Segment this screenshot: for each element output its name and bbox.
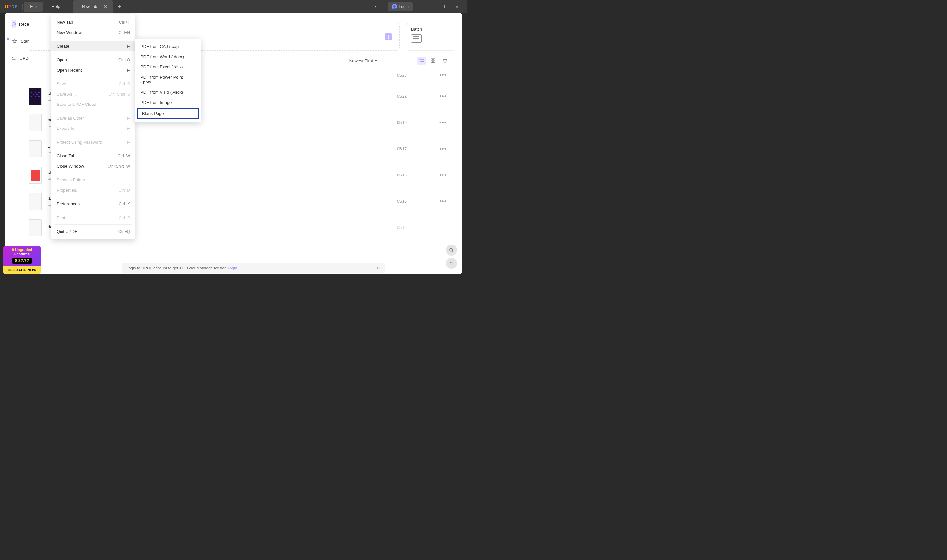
menu-item-label: Save As... — [57, 92, 76, 97]
submenu-item-pdf-from-visio-vsdx-[interactable]: PDF from Visio (.vsdx) — [135, 87, 201, 97]
menu-item-label: Print... — [57, 215, 69, 220]
menu-shortcut: Ctrl+Shift+S — [108, 92, 130, 97]
menu-item-protect-using-password: Protect Using Password▶ — [51, 137, 135, 147]
submenu-item-pdf-from-excel-xlsx-[interactable]: PDF from Excel (.xlsx) — [135, 62, 201, 72]
menu-item-label: Save as Other — [57, 116, 84, 121]
menu-item-new-tab[interactable]: New TabCtrl+T — [51, 17, 135, 27]
menu-item-label: Preferences... — [57, 202, 83, 206]
file-dropdown-menu: New TabCtrl+TNew WindowCtrl+NCreate▶Open… — [51, 14, 135, 239]
cloud-icon — [11, 54, 17, 62]
menu-separator — [55, 135, 132, 135]
menu-separator — [55, 173, 132, 173]
maximize-button[interactable]: ❐ — [438, 4, 447, 9]
new-tab-button[interactable]: + — [113, 3, 126, 10]
menu-item-open-[interactable]: Open...Ctrl+O — [51, 55, 135, 65]
submenu-item-label: Blank Page — [142, 111, 164, 116]
menu-item-label: Open... — [57, 57, 71, 62]
batch-title: Batch — [411, 27, 451, 32]
menu-item-label: Close Window — [57, 164, 84, 169]
more-icon[interactable]: ••• — [436, 119, 450, 126]
workspace: Rece Star UPD e file here to open ❯ Batc… — [5, 13, 462, 274]
file-date: 05/19 — [397, 120, 436, 125]
file-date: 05/22 — [397, 94, 436, 98]
menu-item-create[interactable]: Create▶ — [51, 41, 135, 51]
menu-shortcut: Ctrl+Q — [119, 229, 130, 234]
document-tab[interactable]: New Tab ✕ — [73, 0, 113, 13]
more-icon[interactable]: ••• — [436, 146, 450, 152]
submenu-item-pdf-from-caj-caj-[interactable]: PDF from CAJ (.caj) — [135, 42, 201, 52]
more-icon[interactable]: ••• — [436, 93, 450, 100]
submenu-item-pdf-from-image[interactable]: PDF from Image — [135, 97, 201, 108]
menu-item-show-in-folder: Show in Folder — [51, 175, 135, 185]
banner-login-link[interactable]: Login — [228, 266, 237, 271]
app-logo: UPDF — [0, 4, 22, 9]
banner-text: Login to UPDF account to get 1 GB cloud … — [126, 266, 228, 271]
login-button[interactable]: 👤 Login — [388, 2, 413, 11]
submenu-arrow-icon: ▶ — [127, 140, 130, 144]
submenu-item-label: PDF from Word (.docx) — [140, 54, 184, 59]
cloud-status-icon: ☁ — [48, 177, 51, 181]
minimize-button[interactable]: — — [423, 4, 433, 9]
file-thumbnail — [29, 88, 42, 105]
menu-separator — [55, 211, 132, 211]
grid-view-button[interactable] — [428, 57, 438, 65]
menu-item-label: Save — [57, 82, 66, 86]
menu-shortcut: Ctrl+T — [119, 20, 130, 25]
promo-line2: Features — [5, 252, 40, 257]
svg-rect-6 — [433, 59, 435, 60]
menu-item-close-window[interactable]: Close WindowCtrl+Shift+W — [51, 161, 135, 171]
chevron-down-icon: ▾ — [375, 58, 377, 63]
help-menu-button[interactable]: Help — [45, 2, 66, 11]
submenu-arrow-icon: ▶ — [127, 116, 130, 120]
list-view-button[interactable] — [417, 57, 426, 65]
separator — [382, 4, 382, 9]
menu-item-label: Save to UPDF Cloud — [57, 102, 96, 107]
sidebar-item-label: UPD — [20, 56, 29, 61]
submenu-item-pdf-from-power-point-pptx-[interactable]: PDF from Power Point (.pptx) — [135, 72, 201, 87]
file-date: 05/16 — [397, 173, 436, 177]
more-icon[interactable]: ••• — [436, 198, 450, 205]
more-icon[interactable]: ••• — [436, 172, 450, 179]
submenu-arrow-icon: ▶ — [127, 68, 130, 72]
chevron-down-icon[interactable]: ▾ — [375, 5, 377, 9]
menu-item-preferences-[interactable]: Preferences...Ctrl+K — [51, 199, 135, 209]
menu-separator — [55, 225, 132, 225]
upgrade-promo[interactable]: 9 Upgraded Features $ 2?.?? UPGRADE NOW — [3, 246, 41, 275]
menu-item-label: Close Tab — [57, 154, 75, 158]
menu-item-label: Protect Using Password — [57, 140, 102, 145]
menu-item-quit-updf[interactable]: Quit UPDFCtrl+Q — [51, 226, 135, 237]
menu-item-label: Quit UPDF — [57, 229, 77, 234]
main-area: e file here to open ❯ Batch Newest First… — [29, 13, 462, 274]
search-button[interactable] — [446, 245, 457, 256]
file-thumbnail — [29, 219, 42, 236]
menu-item-export-to: Export To▶ — [51, 123, 135, 134]
menu-item-new-window[interactable]: New WindowCtrl+N — [51, 27, 135, 37]
submenu-item-pdf-from-word-docx-[interactable]: PDF from Word (.docx) — [135, 52, 201, 62]
batch-card[interactable]: Batch — [406, 23, 456, 51]
menu-item-label: Create — [57, 44, 69, 49]
upgrade-now-button[interactable]: UPGRADE NOW — [3, 266, 41, 274]
more-icon[interactable]: ••• — [436, 72, 450, 78]
menu-item-open-recent[interactable]: Open Recent▶ — [51, 65, 135, 75]
sort-label: Newest First — [349, 58, 373, 63]
arrow-right-icon[interactable]: ❯ — [385, 33, 392, 40]
sidebar-item-cloud[interactable]: UPD — [5, 54, 29, 62]
cloud-status-icon: ☁ — [48, 98, 51, 102]
delete-button[interactable] — [440, 57, 450, 65]
sort-dropdown[interactable]: Newest First ▾ — [349, 58, 377, 63]
sidebar: Rece Star UPD — [5, 13, 29, 274]
help-button[interactable]: ? — [446, 258, 457, 269]
create-submenu: PDF from CAJ (.caj)PDF from Word (.docx)… — [135, 39, 201, 122]
close-banner-icon[interactable]: ✕ — [377, 266, 380, 271]
submenu-item-blank-page[interactable]: Blank Page — [137, 108, 199, 119]
file-thumbnail — [29, 167, 42, 184]
file-menu-button[interactable]: File — [24, 2, 43, 11]
submenu-item-label: PDF from Excel (.xlsx) — [140, 65, 183, 69]
close-window-button[interactable]: ✕ — [453, 4, 462, 9]
svg-rect-2 — [419, 61, 420, 62]
menu-item-close-tab[interactable]: Close TabCtrl+W — [51, 151, 135, 161]
close-tab-icon[interactable]: ✕ — [103, 4, 108, 9]
separator — [418, 4, 418, 9]
sidebar-item-recent[interactable]: Rece — [5, 20, 29, 28]
cloud-status-icon: ☁ — [48, 124, 51, 128]
